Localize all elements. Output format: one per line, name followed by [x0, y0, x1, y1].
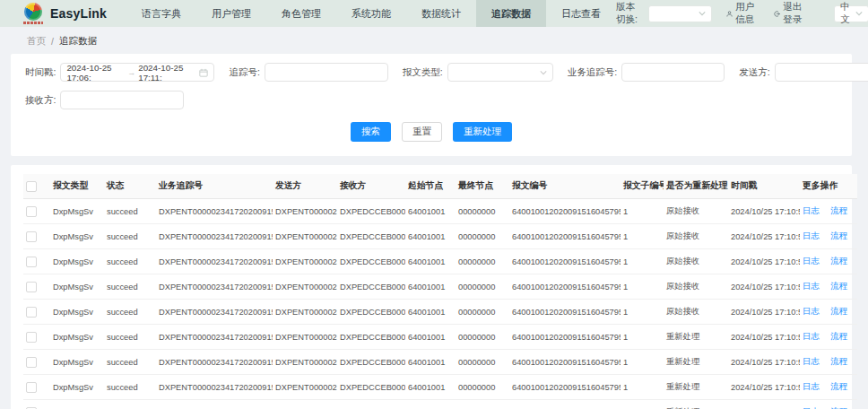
- cell-timestamp: 2024/10/25 17:10:57: [728, 400, 800, 409]
- log-link[interactable]: 日志: [803, 231, 820, 240]
- nav-item-roles[interactable]: 角色管理: [266, 0, 336, 27]
- logout-icon: [774, 9, 780, 19]
- nav-item-system[interactable]: 系统功能: [336, 0, 406, 27]
- row-checkbox[interactable]: [26, 206, 37, 217]
- cell-msg-type: DxpMsgSv: [50, 199, 104, 224]
- logout-button[interactable]: 退出登录: [774, 1, 807, 26]
- cell-receiver: DXPEDCCEB0000002: [337, 249, 405, 274]
- cell-msg-type: DxpMsgSv: [50, 325, 104, 350]
- row-checkbox[interactable]: [26, 357, 37, 368]
- cell-msg-no: 64001001202009151604579510078158: [509, 199, 621, 224]
- log-link[interactable]: 日志: [803, 331, 820, 341]
- column-header: 业务追踪号: [156, 174, 273, 199]
- log-link[interactable]: 日志: [803, 356, 820, 366]
- msg-type-select[interactable]: [447, 63, 553, 82]
- flow-link[interactable]: 流程: [830, 306, 847, 316]
- cell-sender: DXPENT0000023417: [273, 350, 337, 375]
- date-from-value: 2024-10-25 17:06:: [66, 63, 125, 83]
- trace-no-input[interactable]: [265, 63, 388, 82]
- row-checkbox[interactable]: [26, 282, 37, 292]
- nav-item-users[interactable]: 用户管理: [196, 0, 266, 27]
- cell-timestamp: 2024/10/25 17:10:56: [728, 224, 800, 249]
- cell-msg-no: 64001001202009151604579510078158: [509, 224, 621, 249]
- row-checkbox[interactable]: [26, 257, 37, 267]
- breadcrumb-current: 追踪数据: [59, 35, 97, 48]
- nav-item-dict[interactable]: 语言字典: [126, 0, 196, 27]
- cell-msg-type: DxpMsgSv: [50, 400, 104, 409]
- breadcrumb-home[interactable]: 首页: [27, 35, 46, 48]
- cell-reprocess-flag: 重新处理: [664, 325, 728, 350]
- cell-business-trace-no: DXPENT00000234172020091550_001: [156, 199, 273, 224]
- filter-sender: 发送方:: [739, 63, 868, 82]
- cell-business-trace-no: DXPENT00000234172020091550_001: [156, 274, 273, 300]
- cell-business-trace-no: DXPENT00000234172020091550_001: [156, 400, 273, 409]
- cell-msg-sub-no: 1: [621, 375, 664, 400]
- language-select[interactable]: 中文: [834, 5, 868, 22]
- cell-business-trace-no: DXPENT00000234172020091550_001: [156, 350, 273, 375]
- select-all-checkbox[interactable]: [26, 181, 37, 192]
- table-row: DxpMsgSvsucceedDXPENT0000023417202009155…: [23, 224, 857, 249]
- cell-status: succeed: [104, 249, 156, 274]
- cell-end-node: 00000000: [456, 325, 509, 350]
- user-info-button[interactable]: 用户信息: [726, 1, 760, 26]
- row-checkbox[interactable]: [26, 332, 37, 343]
- filter-trace-no: 追踪号:: [229, 63, 387, 82]
- column-header: 接收方: [337, 174, 405, 199]
- nav-menu: 语言字典用户管理角色管理系统功能数据统计追踪数据日志查看: [126, 0, 616, 27]
- flow-link[interactable]: 流程: [830, 331, 847, 341]
- reprocess-button[interactable]: 重新处理: [453, 122, 512, 142]
- cell-sender: DXPENT0000023417: [273, 249, 337, 274]
- cell-msg-sub-no: 1: [621, 224, 664, 249]
- search-button[interactable]: 搜索: [351, 122, 391, 142]
- cell-receiver: DXPEDCCEB0000002: [337, 224, 405, 249]
- log-link[interactable]: 日志: [803, 205, 820, 215]
- business-trace-input[interactable]: [621, 63, 725, 82]
- cell-timestamp: 2024/10/25 17:10:56: [728, 199, 800, 224]
- flow-link[interactable]: 流程: [830, 381, 847, 391]
- cell-reprocess-flag: 重新处理: [664, 350, 728, 375]
- date-range-picker[interactable]: 2024-10-25 17:06: → 2024-10-25 17:11:: [60, 63, 214, 82]
- cell-timestamp: 2024/10/25 17:10:58: [728, 350, 800, 375]
- nav-item-trace[interactable]: 追踪数据: [476, 0, 546, 27]
- cell-reprocess-flag: 原始接收: [664, 224, 728, 249]
- table-row: DxpMsgSvsucceedDXPENT0000023417202009155…: [23, 400, 857, 409]
- sender-input[interactable]: [775, 63, 868, 82]
- flow-link[interactable]: 流程: [830, 205, 847, 215]
- flow-link[interactable]: 流程: [830, 281, 847, 291]
- nav-item-stats[interactable]: 数据统计: [406, 0, 476, 27]
- row-checkbox[interactable]: [26, 382, 37, 393]
- cell-end-node: 00000000: [456, 375, 509, 400]
- select-all-header: [23, 174, 50, 199]
- log-link[interactable]: 日志: [803, 256, 820, 265]
- cell-end-node: 00000000: [456, 400, 509, 409]
- log-link[interactable]: 日志: [803, 381, 820, 391]
- column-header: 报文编号: [509, 174, 621, 199]
- column-header: 发送方: [273, 174, 337, 199]
- cell-msg-sub-no: 1: [621, 325, 664, 350]
- cell-status: succeed: [104, 300, 156, 325]
- nav-item-logs[interactable]: 日志查看: [546, 0, 616, 27]
- filter-row-1: 时间戳: 2024-10-25 17:06: → 2024-10-25 17:1…: [25, 63, 838, 82]
- log-link[interactable]: 日志: [803, 281, 820, 291]
- cell-reprocess-flag: 重新处理: [664, 375, 728, 400]
- row-checkbox[interactable]: [26, 231, 37, 242]
- row-checkbox[interactable]: [26, 307, 37, 318]
- reset-button[interactable]: 重置: [402, 122, 442, 142]
- table-row: DxpMsgSvsucceedDXPENT0000023417202009155…: [23, 350, 857, 375]
- log-link[interactable]: 日志: [803, 306, 820, 316]
- version-select[interactable]: [648, 5, 712, 22]
- cell-status: succeed: [104, 325, 156, 350]
- receiver-input[interactable]: [60, 91, 184, 109]
- topbar: EasyLink 语言字典用户管理角色管理系统功能数据统计追踪数据日志查看 版本…: [0, 0, 868, 27]
- cell-msg-sub-no: 1: [621, 249, 664, 274]
- flow-link[interactable]: 流程: [830, 356, 847, 366]
- flow-link[interactable]: 流程: [830, 256, 847, 265]
- cell-start-node: 64001001: [405, 325, 456, 350]
- receiver-label: 接收方:: [25, 94, 56, 107]
- cell-reprocess-flag: 原始接收: [664, 300, 728, 325]
- flow-link[interactable]: 流程: [830, 231, 847, 240]
- column-header: 是否为重新处理: [664, 174, 728, 199]
- cell-msg-type: DxpMsgSv: [50, 300, 104, 325]
- data-table: 报文类型状态业务追踪号发送方接收方起始节点最终节点报文编号报文子编号是否为重新处…: [23, 174, 857, 409]
- msg-type-label: 报文类型:: [403, 66, 443, 79]
